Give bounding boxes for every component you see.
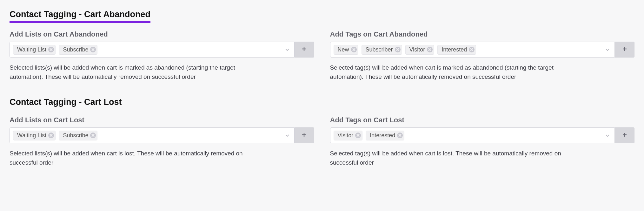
field-right: Add Tags on Cart Lost Visitor Interested [330,116,635,167]
selected-tag: Interested [366,131,404,140]
add-button[interactable] [295,127,314,143]
add-button[interactable] [615,127,634,143]
plus-icon [622,46,627,53]
field-label: Add Lists on Cart Lost [10,116,314,124]
chevron-down-icon[interactable] [605,133,610,138]
section-row: Add Lists on Cart Abandoned Waiting List… [10,30,634,81]
field-right: Add Tags on Cart Abandoned New Subscribe… [330,30,635,81]
remove-tag-icon[interactable] [48,133,54,138]
selected-tag: Subscribe [59,131,97,140]
section-0: Contact Tagging - Cart Abandoned Add Lis… [10,10,634,81]
field-label: Add Lists on Cart Abandoned [10,30,314,38]
tag-label: Visitor [338,132,354,139]
remove-tag-icon[interactable] [395,47,401,52]
chevron-down-icon[interactable] [605,47,610,52]
remove-tag-icon[interactable] [351,47,357,52]
selected-tag: Waiting List [13,45,56,55]
section-1: Contact Tagging - Cart Lost Add Lists on… [10,97,634,167]
tags-wrap: New Subscriber Visitor Interested [334,45,602,55]
tag-label: Visitor [409,46,425,53]
tag-label: New [338,46,349,53]
selected-tag: Subscriber [362,45,402,55]
select-group: Visitor Interested [330,127,635,143]
add-button[interactable] [615,42,634,58]
multiselect-input[interactable]: Waiting List Subscribe [10,42,295,58]
tag-label: Interested [442,46,467,53]
plus-icon [302,46,307,53]
section-row: Add Lists on Cart Lost Waiting List Subs… [10,116,634,167]
plus-icon [622,132,627,139]
help-text: Selected lists(s) will be added when car… [10,63,244,81]
remove-tag-icon[interactable] [355,133,361,138]
help-text: Selected tag(s) will be added when cart … [330,149,565,167]
tags-wrap: Waiting List Subscribe [13,131,282,140]
tag-label: Subscribe [63,46,88,53]
selected-tag: New [334,45,358,55]
chevron-down-icon[interactable] [285,133,290,138]
remove-tag-icon[interactable] [427,47,433,52]
add-button[interactable] [295,42,314,58]
field-left: Add Lists on Cart Abandoned Waiting List… [10,30,314,81]
tags-wrap: Visitor Interested [334,131,602,140]
field-label: Add Tags on Cart Abandoned [330,30,635,38]
select-group: New Subscriber Visitor Interested [330,42,635,58]
chevron-down-icon[interactable] [285,47,290,52]
section-title: Contact Tagging - Cart Abandoned [10,10,150,23]
section-title: Contact Tagging - Cart Lost [10,97,122,109]
field-label: Add Tags on Cart Lost [330,116,635,124]
remove-tag-icon[interactable] [90,133,96,138]
select-group: Waiting List Subscribe [10,42,314,58]
selected-tag: Interested [437,45,476,55]
multiselect-input[interactable]: New Subscriber Visitor Interested [330,42,615,58]
tag-label: Waiting List [17,132,46,139]
tag-label: Subscriber [366,46,393,53]
remove-tag-icon[interactable] [48,47,54,52]
selected-tag: Visitor [334,131,363,140]
selected-tag: Subscribe [59,45,97,55]
selected-tag: Waiting List [13,131,56,140]
select-group: Waiting List Subscribe [10,127,314,143]
help-text: Selected lists(s) will be added when car… [10,149,244,167]
remove-tag-icon[interactable] [469,47,475,52]
tag-label: Subscribe [63,132,88,139]
selected-tag: Visitor [405,45,435,55]
plus-icon [302,132,307,139]
remove-tag-icon[interactable] [90,47,96,52]
tag-label: Interested [370,132,395,139]
multiselect-input[interactable]: Waiting List Subscribe [10,127,295,143]
help-text: Selected tag(s) will be added when cart … [330,63,565,81]
tags-wrap: Waiting List Subscribe [13,45,282,55]
tag-label: Waiting List [17,46,46,53]
multiselect-input[interactable]: Visitor Interested [330,127,615,143]
remove-tag-icon[interactable] [397,133,403,138]
field-left: Add Lists on Cart Lost Waiting List Subs… [10,116,314,167]
